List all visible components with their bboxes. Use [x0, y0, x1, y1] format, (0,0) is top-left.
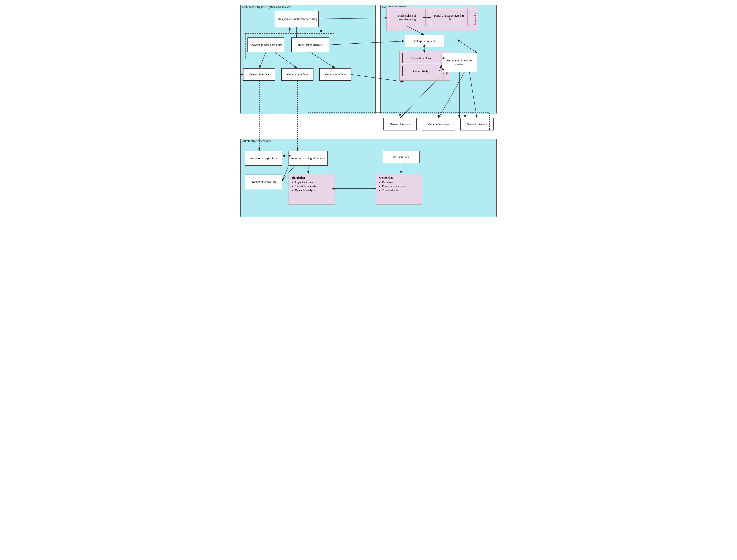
diagram-wrapper: Manufacturing intelligence and analysis … — [238, 2, 499, 221]
box-gi6: General interface — [460, 118, 494, 130]
simulation-item-3: Dynamic analysis — [295, 189, 332, 192]
box-gi1: General interface — [243, 68, 275, 81]
box-web-interface: Web interface — [383, 151, 420, 163]
simulation-item-1: Impact analysis — [295, 180, 332, 184]
simulation-list: Impact analysis Statistical analysis Dyn… — [295, 180, 332, 192]
box-automation: Automation & control system — [442, 53, 477, 72]
monitoring-box: Monitoring Dashboard Root-cause analyzer… — [376, 174, 422, 205]
monitoring-item-1: Dashboard — [382, 180, 419, 184]
monitoring-list: Dashboard Root-cause analyzer Troublesho… — [382, 180, 419, 192]
box-gi5: General interface — [422, 118, 455, 130]
box-gi3: General interface — [319, 68, 351, 81]
box-gi4: General interface — [384, 118, 417, 130]
box-connectivity: Connectivity — [403, 66, 439, 76]
box-knowledge: Knowledge-based structure — [247, 37, 284, 52]
simulation-box: Simulation Impact analysis Statistical a… — [288, 174, 335, 205]
box-portal: Portal of user-centered & role — [431, 9, 468, 26]
box-intelligence: Intelligence analysis — [291, 37, 329, 52]
section-ae-label: Automotive extensions — [240, 138, 272, 143]
section-mia-label: Manufacturing intelligence and analysis — [240, 4, 293, 9]
box-gi2: General interface — [281, 68, 313, 81]
box-prodplans: Production plans — [403, 53, 439, 63]
box-lifecycle: Life cycle of smart manufacturing — [275, 11, 319, 27]
monitoring-title: Monitoring — [379, 176, 419, 180]
presentation-label: Presentation — [472, 7, 478, 31]
box-enterprise: Enterprise system — [405, 35, 444, 47]
box-marketplace: Marketplace of manufacturing — [389, 9, 426, 26]
box-auto-integration: Automotive integration layer — [288, 151, 328, 166]
monitoring-item-2: Root-cause analyzer — [382, 185, 419, 188]
monitoring-item-3: Troubleshooter — [382, 189, 419, 192]
box-automotive-repo: Automotive repository — [245, 151, 282, 166]
simulation-item-2: Statistical analysis — [295, 185, 332, 188]
box-production-repo: Production repository — [245, 175, 282, 189]
simulation-title: Simulation — [291, 176, 332, 180]
